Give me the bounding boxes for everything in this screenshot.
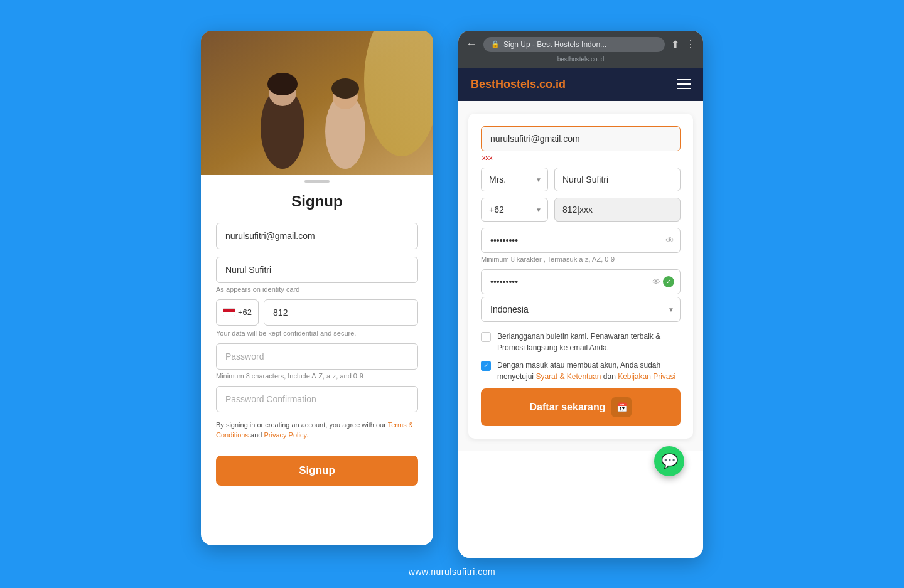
website-content: BestHostels.co.id xxx Mrs. Mr. (458, 68, 703, 558)
confirm-password-wrap: 👁 ✓ (481, 269, 681, 294)
site-phone-input[interactable] (554, 198, 681, 222)
whatsapp-fab[interactable]: 💬 (654, 446, 684, 476)
flag-indonesia (223, 308, 235, 316)
confirm-password-input[interactable] (216, 386, 418, 412)
phone-code-button[interactable]: +62 (216, 299, 259, 326)
browser-bar: ← 🔒 Sign Up - Best Hostels Indon... ⬆ ⋮ … (458, 31, 703, 68)
privacy-link[interactable]: Privacy Policy. (264, 431, 308, 439)
password-hint-right: Minimum 8 karakter , Termasuk a-z, AZ, 0… (481, 255, 681, 263)
phone-code-label: +62 (238, 307, 252, 317)
terms-checkbox-text: Dengan masuk atau membuat akun, Anda sud… (497, 360, 681, 382)
phone-code-select[interactable]: +62 +1 +44 (481, 198, 548, 222)
signup-title: Signup (216, 193, 418, 210)
newsletter-text: Berlangganan buletin kami. Penawaran ter… (497, 331, 681, 353)
browser-title-text: Sign Up - Best Hostels Indon... (503, 40, 606, 49)
phone-row-right: +62 +1 +44 ▼ (481, 198, 681, 222)
signup-form: Signup As appears on identity card +62 Y… (201, 183, 433, 545)
confirm-eye-icon[interactable]: 👁 (652, 277, 660, 287)
name-input[interactable] (216, 257, 418, 283)
svg-point-5 (267, 73, 298, 95)
confirm-password-icons: 👁 ✓ (652, 276, 674, 287)
logo-tld: .co.id (536, 78, 566, 90)
bottom-url: www.nurulsufitri.com (409, 567, 495, 577)
site-form-area: xxx Mrs. Mr. Ms. ▼ (458, 101, 703, 451)
confirm-check-icon: ✓ (663, 276, 674, 287)
terms-link-right[interactable]: Syarat & Ketentuan (535, 372, 601, 381)
hero-svg (201, 31, 433, 175)
salutation-select[interactable]: Mrs. Mr. Ms. (481, 168, 548, 191)
logo-text: BestHostels (471, 78, 536, 90)
password-wrap: 👁 (481, 228, 681, 253)
terms-text: By signing in or creating an account, yo… (216, 420, 418, 441)
browser-back-button[interactable]: ← (466, 38, 477, 51)
browser-more-button[interactable]: ⋮ (686, 38, 696, 50)
confidential-text: Your data will be kept confidential and … (216, 329, 418, 337)
left-phone: 💬 🖼 ✱ ··· 📶 ▷ 79% 2:56 PM (201, 31, 433, 545)
browser-domain: besthostels.co.id (466, 56, 696, 63)
privacy-link-right[interactable]: Kebijakan Privasi (618, 372, 675, 381)
browser-top-row: ← 🔒 Sign Up - Best Hostels Indon... ⬆ ⋮ (466, 37, 696, 52)
phone-number-input[interactable] (264, 299, 418, 326)
daftar-button[interactable]: Daftar sekarang 📅 (481, 388, 681, 426)
daftar-label: Daftar sekarang (530, 402, 606, 413)
name-row: Mrs. Mr. Ms. ▼ (481, 168, 681, 191)
site-name-input[interactable] (554, 168, 681, 191)
hero-image: 💬 🖼 ✱ ··· 📶 ▷ 79% 2:56 PM (201, 31, 433, 175)
country-wrap: Indonesia Malaysia Singapore ▼ (481, 297, 681, 322)
hamburger-button[interactable] (677, 79, 691, 89)
terms-row: ✓ Dengan masuk atau membuat akun, Anda s… (481, 360, 681, 382)
right-phone: ← 🔒 Sign Up - Best Hostels Indon... ⬆ ⋮ … (458, 31, 703, 558)
terms-link[interactable]: Terms & Conditions (216, 421, 413, 439)
site-form-card: xxx Mrs. Mr. Ms. ▼ (468, 114, 693, 439)
password-eye-icon[interactable]: 👁 (665, 235, 674, 245)
phone-row: +62 (216, 299, 418, 326)
browser-share-button[interactable]: ⬆ (671, 38, 679, 50)
site-nav: BestHostels.co.id (458, 68, 703, 101)
site-email-input[interactable] (481, 126, 681, 151)
signup-button[interactable]: Signup (216, 456, 418, 486)
hamburger-line-3 (677, 88, 691, 89)
hamburger-line-1 (677, 79, 691, 80)
password-hint: Minimum 8 characters, Include A-Z, a-z, … (216, 372, 418, 380)
calendar-icon: 📅 (611, 397, 632, 417)
newsletter-row: Berlangganan buletin kami. Penawaran ter… (481, 331, 681, 353)
name-hint: As appears on identity card (216, 286, 418, 293)
site-confirm-password-input[interactable] (481, 269, 681, 294)
site-email-error: xxx (481, 154, 681, 161)
site-logo: BestHostels.co.id (471, 78, 566, 91)
hamburger-line-2 (677, 83, 691, 85)
lock-icon: 🔒 (491, 40, 500, 48)
salutation-wrap: Mrs. Mr. Ms. ▼ (481, 168, 548, 191)
svg-point-8 (331, 78, 359, 99)
browser-address-bar[interactable]: 🔒 Sign Up - Best Hostels Indon... (483, 37, 665, 52)
country-select[interactable]: Indonesia Malaysia Singapore (481, 297, 681, 322)
phone-code-wrap: +62 +1 +44 ▼ (481, 198, 548, 222)
password-input[interactable] (216, 343, 418, 370)
site-password-input[interactable] (481, 228, 681, 253)
email-input[interactable] (216, 223, 418, 249)
terms-checkbox[interactable]: ✓ (481, 361, 491, 371)
newsletter-checkbox[interactable] (481, 332, 491, 342)
